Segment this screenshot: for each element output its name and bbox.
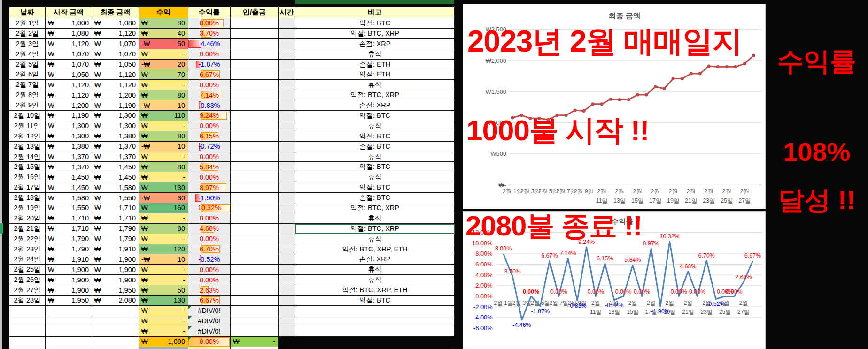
start-amount-cell-empty[interactable] xyxy=(46,326,92,337)
date-cell[interactable]: 2월 12일 xyxy=(9,131,46,142)
inout-cell[interactable] xyxy=(231,39,279,49)
profit-cell[interactable]: -₩50 xyxy=(139,39,188,49)
inout-cell[interactable] xyxy=(231,100,279,111)
rate-cell[interactable]: 10.32% xyxy=(188,203,231,213)
note-cell[interactable]: 익절: BTC xyxy=(295,162,455,172)
inout-cell[interactable] xyxy=(231,29,279,39)
end-amount-cell[interactable]: ₩1,710 xyxy=(92,203,139,213)
note-cell[interactable]: 휴식 xyxy=(295,152,455,162)
time-cell[interactable] xyxy=(279,80,295,90)
profit-cell[interactable]: -₩10 xyxy=(139,100,188,111)
time-cell-empty[interactable] xyxy=(279,316,295,326)
note-cell-empty[interactable] xyxy=(295,326,455,337)
start-amount-cell[interactable]: ₩1,080 xyxy=(46,29,92,39)
note-cell-empty[interactable] xyxy=(295,316,455,326)
start-amount-cell[interactable]: ₩1,070 xyxy=(46,49,92,60)
start-amount-cell-empty[interactable] xyxy=(46,337,92,347)
start-amount-cell[interactable]: ₩1,950 xyxy=(46,296,92,306)
note-cell[interactable]: 익절: BTC, XRP xyxy=(295,203,455,213)
end-amount-cell[interactable]: ₩1,070 xyxy=(92,39,139,49)
time-cell[interactable] xyxy=(279,275,295,285)
inout-cell[interactable] xyxy=(231,296,279,306)
total-profit-cell[interactable]: ₩1,080 xyxy=(139,337,188,347)
start-amount-cell[interactable]: ₩1,450 xyxy=(46,182,92,193)
end-amount-cell[interactable]: ₩1,380 xyxy=(92,131,139,142)
note-cell[interactable]: 익절: BTC xyxy=(295,182,455,193)
end-amount-cell[interactable]: ₩1,900 xyxy=(92,254,139,265)
start-amount-cell[interactable]: ₩1,900 xyxy=(46,275,92,285)
start-amount-cell[interactable]: ₩1,710 xyxy=(46,213,92,224)
time-cell[interactable] xyxy=(279,203,295,213)
rate-cell[interactable]: 9.24% xyxy=(188,111,231,121)
note-cell[interactable]: 익절: ETH xyxy=(295,69,455,80)
rate-cell[interactable]: 0.00% xyxy=(188,80,231,90)
rate-cell[interactable]: 5.84% xyxy=(188,162,231,172)
start-amount-cell[interactable]: ₩1,380 xyxy=(46,142,92,152)
end-amount-cell[interactable]: ₩1,910 xyxy=(92,244,139,255)
profit-cell[interactable]: -₩20 xyxy=(139,60,188,70)
date-cell[interactable]: 2월 16일 xyxy=(9,172,46,182)
profit-cell-empty[interactable]: ₩- xyxy=(139,326,188,337)
note-cell[interactable]: 휴식 xyxy=(295,172,455,182)
end-amount-cell[interactable]: ₩1,450 xyxy=(92,172,139,182)
column-header-3[interactable]: 수익 xyxy=(139,7,188,18)
inout-cell[interactable] xyxy=(231,60,279,70)
rate-cell[interactable]: -1.90% xyxy=(188,193,231,203)
date-cell[interactable]: 2월 18일 xyxy=(9,193,46,203)
rate-cell[interactable]: 8.00% xyxy=(188,18,231,29)
inout-cell[interactable] xyxy=(231,182,279,193)
end-amount-cell-empty[interactable] xyxy=(92,326,139,337)
profit-cell-empty[interactable]: ₩- xyxy=(139,306,188,316)
end-amount-cell[interactable]: ₩1,900 xyxy=(92,265,139,275)
total-rate-cell[interactable]: 8.00% xyxy=(188,337,231,347)
time-cell[interactable] xyxy=(279,162,295,172)
note-cell[interactable]: 손절: ETH xyxy=(295,60,455,70)
start-amount-cell[interactable]: ₩1,910 xyxy=(46,254,92,265)
note-cell[interactable]: 익절: BTC, XRP xyxy=(295,90,455,100)
rate-cell[interactable]: -4.46% xyxy=(188,39,231,49)
date-cell[interactable]: 2월 10일 xyxy=(9,111,46,121)
end-amount-cell[interactable]: ₩1,120 xyxy=(92,69,139,80)
time-cell[interactable] xyxy=(279,49,295,60)
start-amount-cell[interactable]: ₩1,580 xyxy=(46,193,92,203)
inout-cell[interactable] xyxy=(231,80,279,90)
profit-cell[interactable]: ₩80 xyxy=(139,162,188,172)
date-cell[interactable]: 2월 23일 xyxy=(9,244,46,255)
start-amount-cell[interactable]: ₩1,370 xyxy=(46,152,92,162)
inout-cell[interactable] xyxy=(231,18,279,29)
start-amount-cell[interactable]: ₩1,120 xyxy=(46,80,92,90)
note-cell[interactable]: 손절: XRP xyxy=(295,100,455,111)
date-cell-empty[interactable] xyxy=(9,337,46,347)
profit-cell[interactable]: ₩50 xyxy=(139,285,188,296)
end-amount-cell[interactable]: ₩1,370 xyxy=(92,142,139,152)
start-amount-cell[interactable]: ₩1,050 xyxy=(46,69,92,80)
note-cell[interactable]: 익절: BTC xyxy=(295,131,455,142)
time-cell[interactable] xyxy=(279,234,295,244)
date-cell[interactable]: 2월 20일 xyxy=(9,213,46,224)
end-amount-cell[interactable]: ₩1,950 xyxy=(92,285,139,296)
time-cell[interactable] xyxy=(279,193,295,203)
date-cell[interactable]: 2월 3일 xyxy=(9,39,46,49)
time-cell[interactable] xyxy=(279,100,295,111)
profit-cell[interactable]: ₩80 xyxy=(139,90,188,100)
start-amount-cell[interactable]: ₩1,900 xyxy=(46,265,92,275)
date-cell[interactable]: 2월 17일 xyxy=(9,182,46,193)
profit-cell[interactable]: ₩- xyxy=(139,121,188,131)
date-cell-empty[interactable] xyxy=(9,316,46,326)
rate-cell[interactable]: 8.97% xyxy=(188,182,231,193)
end-amount-cell[interactable]: ₩1,580 xyxy=(92,182,139,193)
note-cell[interactable]: 손절: XRP xyxy=(295,254,455,265)
inout-cell[interactable] xyxy=(231,111,279,121)
end-amount-cell[interactable]: ₩1,120 xyxy=(92,80,139,90)
note-cell[interactable]: 익절: BTC, XRP xyxy=(295,29,455,39)
annotation-start-amount[interactable]: 1000불 시작 !! xyxy=(466,116,649,145)
inout-cell[interactable] xyxy=(231,203,279,213)
note-cell[interactable]: 휴식 xyxy=(295,49,455,60)
date-cell[interactable]: 2월 21일 xyxy=(9,224,46,234)
end-amount-cell-empty[interactable] xyxy=(92,316,139,326)
note-cell[interactable]: 익절: BTC xyxy=(295,296,455,306)
end-amount-cell[interactable]: ₩1,190 xyxy=(92,100,139,111)
column-header-4[interactable]: 수익률 xyxy=(188,7,231,18)
date-cell[interactable]: 2월 7일 xyxy=(9,80,46,90)
profit-cell[interactable]: -₩10 xyxy=(139,142,188,152)
